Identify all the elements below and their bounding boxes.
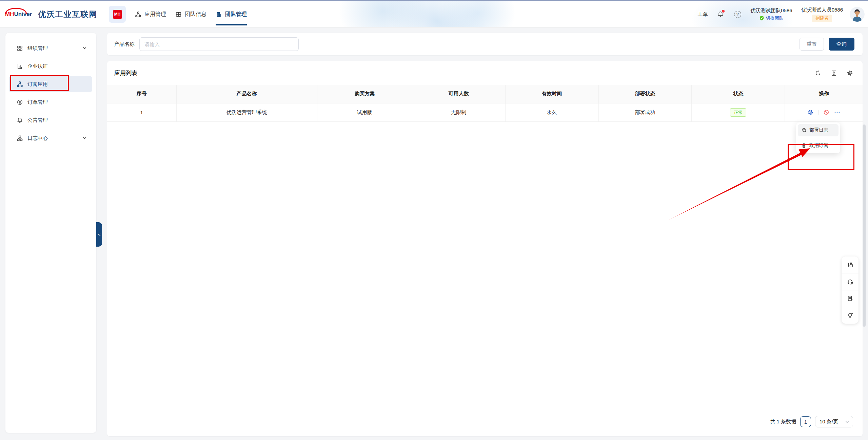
tips-button[interactable] [842,307,859,324]
tree-icon [17,135,23,141]
header-decoration [339,1,427,27]
sidebar-item-label: 企业认证 [27,63,48,70]
feedback-button[interactable] [842,290,859,307]
table-toolbar [814,61,853,85]
current-user-block: 优沃测试人员0586 创建者 [801,7,843,22]
sidebar-item-subscribed-apps[interactable]: 订阅应用 [9,76,92,92]
cell-product: 优沃运营管理系统 [176,103,317,121]
sidebar-item-label: 日志中心 [27,135,48,141]
header-right: 工单 ? 优沃测试团队0586 切换团队 优沃测试人员0586 创建者 [697,1,865,27]
refresh-button[interactable] [814,70,821,76]
tab-label: 团队信息 [185,11,206,18]
avatar-image [850,7,865,22]
chevron-down-icon [845,420,849,424]
sidebar-item-order-management[interactable]: 订单管理 [9,94,92,110]
chevron-left-icon: < [98,232,101,237]
table-row: 1 优沃运营管理系统 试用版 无限制 永久 部署成功 正常 ··· [107,103,863,121]
cell-plan: 试用版 [317,103,412,121]
col-header-actions: 操作 [785,85,863,103]
cell-status: 正常 [692,103,785,121]
sidebar-collapse-handle[interactable]: < [96,222,102,247]
ban-icon [823,109,829,115]
row-actions-menu: 部署日志 取消订阅 [796,122,840,153]
lightbulb-icon [847,312,853,319]
sidebar-item-label: 组织管理 [27,45,48,52]
header-decoration [374,1,501,27]
refresh-icon [815,70,821,76]
share-nodes-icon [17,81,23,88]
app-table: 序号 产品名称 购买方案 可用人数 有效时间 部署状态 状态 操作 1 优沃运营… [107,85,863,122]
query-button[interactable]: 查询 [829,38,854,51]
work-order-link[interactable]: 工单 [697,11,708,18]
user-name: 优沃测试人员0586 [801,7,843,13]
sidebar-item-label: 公告管理 [27,117,48,123]
tab-team-info[interactable]: 团队信息 [175,1,206,27]
menu-item-cancel-subscription[interactable]: 取消订阅 [798,139,839,152]
product-name-input[interactable] [139,37,299,51]
headset-icon [847,279,853,285]
mh-app-tile[interactable]: MH [109,6,126,23]
row-height-button[interactable] [830,70,837,76]
col-header-product: 产品名称 [176,85,317,103]
page-scrollbar[interactable] [863,125,866,327]
current-team-block: 优沃测试团队0586 切换团队 [750,7,792,21]
app-list-header: 应用列表 [107,61,863,85]
customer-service-button[interactable] [842,273,859,290]
sidebar-item-announcement-management[interactable]: 公告管理 [9,112,92,128]
team-name: 优沃测试团队0586 [750,7,792,14]
notification-dot [722,10,725,13]
menu-divider [799,138,837,138]
column-settings-button[interactable] [846,70,853,76]
col-header-valid: 有效时间 [505,85,598,103]
action-divider [818,110,818,115]
switch-team-button[interactable]: 切换团队 [759,15,784,21]
top-header: MHUniver 优沃工业互联网 MH 应用管理 团队信息 团队管理 工单 [0,1,868,27]
col-header-plan: 购买方案 [317,85,412,103]
app-list-panel: 应用列表 序号 产品名称 购买方案 可用人数 有效时间 部署状态 [107,61,863,436]
menu-item-deploy-log[interactable]: 部署日志 [798,124,839,136]
sidebar-item-log-center[interactable]: 日志中心 [9,130,92,146]
bell-icon [17,117,23,123]
help-button[interactable]: ? [733,10,742,18]
search-panel: 产品名称 重置 查询 [107,33,863,55]
brand-logo[interactable]: MHUniver 优沃工业互联网 [5,1,97,27]
page-size-value: 10 条/页 [820,419,838,425]
cell-actions: ··· [785,103,863,121]
page-number-button[interactable]: 1 [800,416,811,427]
trash-icon [801,143,807,148]
tab-label: 团队管理 [225,11,247,18]
configure-button[interactable] [807,109,814,116]
brand-title: 优沃工业互联网 [38,9,97,20]
disable-button[interactable] [823,109,830,116]
sidebar: 组织管理 企业认证 订阅应用 订单管理 公告管理 日志中心 [5,33,96,433]
building-icon [216,11,222,18]
row-height-icon [831,70,837,76]
more-actions-button[interactable]: ··· [834,109,841,116]
pagination: 共 1 条数据 1 10 条/页 [770,416,853,427]
scroll-gesture-button[interactable] [842,256,859,273]
share-nodes-icon [135,11,141,18]
sidebar-item-organization[interactable]: 组织管理 [9,40,92,56]
tab-app-management[interactable]: 应用管理 [135,1,166,27]
reset-button[interactable]: 重置 [800,38,824,51]
cell-valid: 永久 [505,103,598,121]
notification-bell-button[interactable] [716,10,725,18]
switch-team-label: 切换团队 [766,15,784,21]
tab-team-management[interactable]: 团队管理 [216,1,247,27]
page-size-select[interactable]: 10 条/页 [815,416,853,427]
logo-arc-icon [5,8,27,14]
menu-item-label: 部署日志 [809,127,828,133]
floating-toolbar [842,256,859,324]
cell-index: 1 [107,103,176,121]
help-icon: ? [734,11,741,18]
chevron-down-icon [82,135,87,141]
header-decoration [441,1,515,27]
cube-icon [801,128,807,133]
grid-icon [175,11,182,18]
app-root: MHUniver 优沃工业互联网 MH 应用管理 团队信息 团队管理 工单 [0,0,868,440]
scroll-gesture-icon [847,262,853,268]
mh-tile-icon: MH [113,10,122,19]
user-avatar[interactable] [850,7,865,22]
sidebar-item-enterprise-certification[interactable]: 企业认证 [9,58,92,74]
col-header-status: 状态 [692,85,785,103]
